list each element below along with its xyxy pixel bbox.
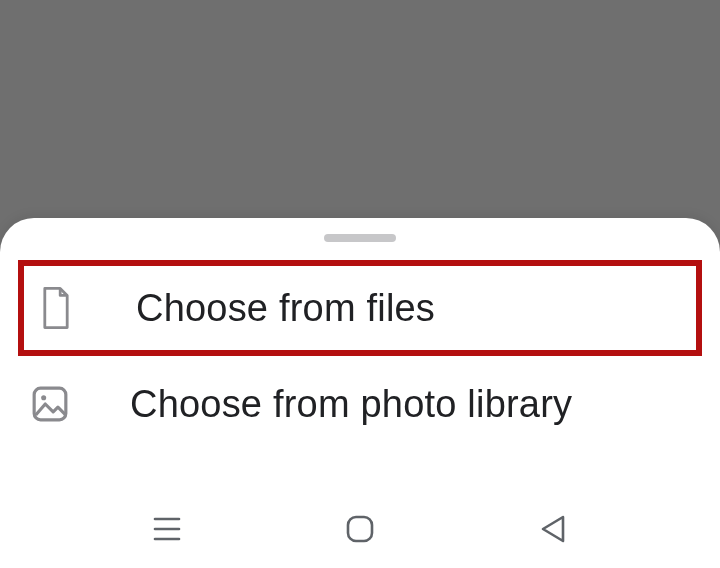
image-icon [30,385,70,423]
choose-from-photo-library-row[interactable]: Choose from photo library [18,356,702,452]
svg-rect-0 [34,388,66,420]
options-list: Choose from files Choose from photo libr… [0,260,720,452]
system-nav-bar [0,490,720,568]
svg-point-1 [41,395,46,400]
drag-handle[interactable] [324,234,396,242]
option-label: Choose from photo library [130,383,572,426]
back-button[interactable] [530,506,576,552]
option-label: Choose from files [136,287,435,330]
screen-backdrop: Choose from files Choose from photo libr… [0,0,720,568]
home-button[interactable] [337,506,383,552]
bottom-sheet: Choose from files Choose from photo libr… [0,218,720,568]
file-icon [36,287,76,329]
svg-rect-5 [348,517,372,541]
choose-from-files-row[interactable]: Choose from files [18,260,702,356]
recents-button[interactable] [144,506,190,552]
